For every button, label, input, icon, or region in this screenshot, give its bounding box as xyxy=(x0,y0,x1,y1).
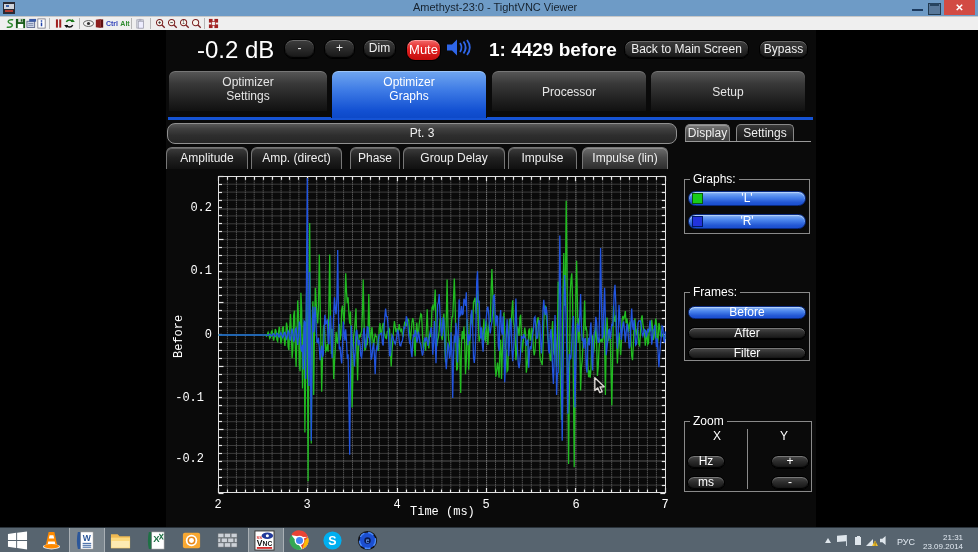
svg-text:VNC: VNC xyxy=(257,538,273,548)
svg-text:e: e xyxy=(366,537,370,544)
svg-text:S: S xyxy=(328,534,336,548)
svg-text:W: W xyxy=(83,533,92,543)
